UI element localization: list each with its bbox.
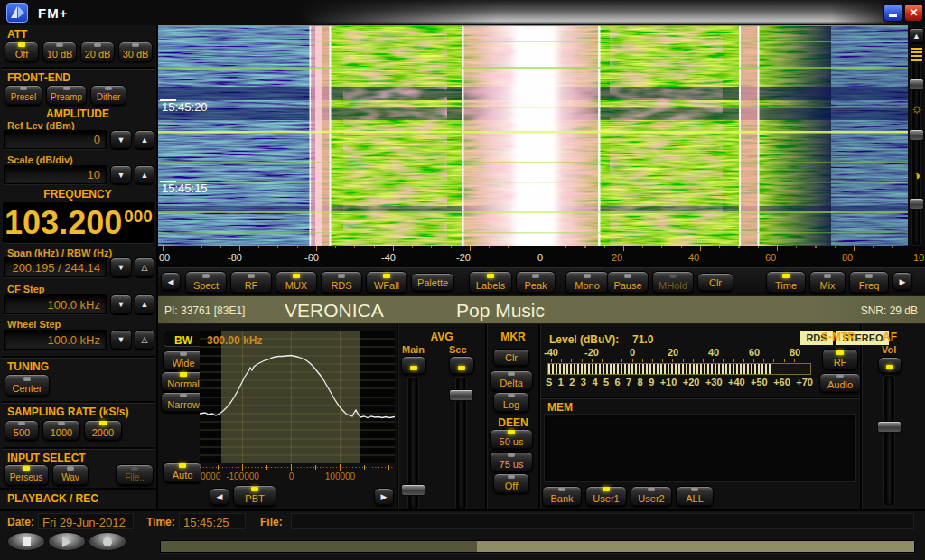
deen-75us-button[interactable]: 75 us	[490, 452, 533, 472]
smtr-rf-button[interactable]: RF	[822, 349, 858, 370]
close-button[interactable]: ✕	[904, 4, 923, 22]
level-value: 71.0	[632, 333, 653, 346]
af-vol-slider[interactable]	[884, 376, 894, 506]
sampling-500-button[interactable]: 500	[5, 420, 39, 441]
avg-sec-slider-thumb[interactable]	[449, 389, 473, 401]
deen-off-button[interactable]: Off	[493, 473, 529, 494]
mix-button[interactable]: Mix	[809, 271, 846, 294]
mem-user2-button[interactable]: User2	[631, 486, 672, 507]
rf-button[interactable]: RF	[230, 271, 272, 294]
stop-button[interactable]	[7, 532, 45, 551]
mem-all-button[interactable]: ALL	[676, 486, 714, 507]
contrast-icon[interactable]: ◑	[910, 167, 924, 183]
frequency-display[interactable]: 103.200 000	[3, 202, 154, 243]
cf-step-field[interactable]: 100.0 kHz	[4, 294, 107, 314]
scale-field[interactable]: 10	[4, 165, 107, 184]
scale-down-button[interactable]: ▼	[110, 165, 132, 184]
ref-lev-field[interactable]: 0	[4, 130, 107, 149]
mono-button[interactable]: Mono	[565, 271, 609, 294]
avg-main-slider-thumb[interactable]	[401, 484, 425, 496]
bw-auto-button[interactable]: Auto	[163, 462, 202, 483]
rds-button[interactable]: RDS	[321, 271, 362, 294]
wheel-step-up-button[interactable]: △	[135, 330, 154, 350]
att-10db-button[interactable]: 10 dB	[42, 42, 77, 62]
preamp-button[interactable]: Preamp	[46, 85, 87, 106]
af-vol-button[interactable]	[878, 357, 902, 374]
led-indicator	[865, 274, 873, 278]
af-header: AF	[876, 331, 903, 343]
pbt-right-button[interactable]: ▶	[374, 488, 394, 506]
wheel-step-down-button[interactable]: ▼	[110, 330, 132, 350]
dither-button[interactable]: Dither	[90, 85, 126, 106]
record-button[interactable]	[89, 532, 126, 551]
cf-step-up-button[interactable]: ▲	[135, 294, 154, 314]
led-indicator	[105, 86, 112, 90]
af-vol-slider-thumb[interactable]	[877, 421, 902, 433]
tuning-center-button[interactable]: Center	[5, 374, 50, 397]
att-30db-button[interactable]: 30 dB	[118, 42, 153, 62]
mem-bank-button[interactable]: Bank	[542, 486, 582, 507]
minimize-button[interactable]	[883, 4, 902, 22]
cf-step-down-button[interactable]: ▼	[110, 294, 132, 314]
app-icon[interactable]	[6, 3, 28, 23]
file-field	[291, 513, 914, 529]
freq-button[interactable]: Freq	[849, 271, 889, 294]
input-perseus-button[interactable]: Perseus	[4, 464, 49, 486]
mem-list[interactable]	[544, 414, 856, 482]
span-up-button[interactable]: △	[135, 257, 154, 277]
wfall-button[interactable]: WFall	[366, 271, 407, 294]
divider	[2, 356, 155, 358]
peak-button[interactable]: Peak	[516, 271, 556, 294]
att-off-button[interactable]: Off	[5, 42, 39, 62]
span-rbw-field[interactable]: 200.195 / 244.14	[4, 257, 107, 277]
labels-button[interactable]: Labels	[469, 271, 512, 294]
span-down-button[interactable]: ▼	[110, 257, 132, 277]
time-button[interactable]: Time	[766, 271, 806, 294]
right-arrow-icon: ▶	[900, 276, 906, 287]
bw-wide-button[interactable]: Wide	[163, 350, 204, 371]
pan-right-button[interactable]: ▶	[892, 272, 912, 291]
wheel-step-field[interactable]: 100.0 kHz	[4, 330, 107, 350]
palette-button[interactable]: Palette	[411, 273, 454, 292]
scale-up-button[interactable]: ▲	[135, 165, 154, 184]
mkr-log-button[interactable]: Log	[493, 392, 529, 413]
adjust-track[interactable]	[912, 46, 920, 245]
led-indicator	[131, 466, 138, 471]
palette-slider-thumb[interactable]	[909, 79, 924, 90]
spect-button[interactable]: Spect	[185, 271, 227, 294]
rds-station-name: VERONICA	[285, 300, 384, 322]
att-20db-button[interactable]: 20 dB	[80, 42, 115, 62]
play-button[interactable]	[48, 532, 86, 551]
brightness-slider-thumb[interactable]	[909, 129, 924, 141]
ref-lev-up-button[interactable]: ▲	[135, 130, 154, 149]
mkr-clr-button[interactable]: Clr	[493, 349, 529, 367]
brightness-icon[interactable]: ☼	[910, 100, 924, 117]
deen-50us-button[interactable]: 50 us	[490, 429, 533, 450]
waterfall-display[interactable]: 15:45:20 15:45:15	[158, 25, 908, 246]
avg-sec-button[interactable]	[449, 356, 474, 375]
mhold-button[interactable]: MHold	[652, 271, 694, 294]
avg-main-button[interactable]	[401, 356, 426, 375]
mux-button[interactable]: MUX	[276, 271, 317, 294]
mkr-delta-button[interactable]: Delta	[490, 370, 533, 391]
mem-user1-button[interactable]: User1	[585, 486, 627, 507]
mem-header: MEM	[547, 401, 573, 414]
divider	[397, 324, 398, 509]
pbt-button[interactable]: PBT	[233, 485, 276, 507]
rec-progress-bar[interactable]	[160, 540, 915, 553]
pbt-left-button[interactable]: ◀	[210, 488, 229, 506]
pause-button[interactable]: Pause	[607, 271, 649, 294]
smtr-audio-button[interactable]: Audio	[819, 373, 861, 393]
presel-button[interactable]: Presel	[5, 85, 42, 106]
pan-left-button[interactable]: ◀	[161, 272, 181, 291]
input-wav-button[interactable]: Wav	[52, 464, 89, 486]
scroll-up-button[interactable]: ▲	[909, 28, 924, 43]
sampling-1000-button[interactable]: 1000	[42, 420, 80, 441]
ref-lev-down-button[interactable]: ▼	[110, 130, 132, 149]
contrast-slider-thumb[interactable]	[909, 198, 924, 210]
input-file-button[interactable]: File..	[116, 464, 154, 486]
palette-lines-icon[interactable]	[911, 48, 922, 61]
filter-shape-display[interactable]: 300.00 kHz 000	[200, 331, 395, 481]
sampling-2000-button[interactable]: 2000	[84, 420, 122, 441]
clr-button[interactable]: Clr	[697, 273, 733, 292]
